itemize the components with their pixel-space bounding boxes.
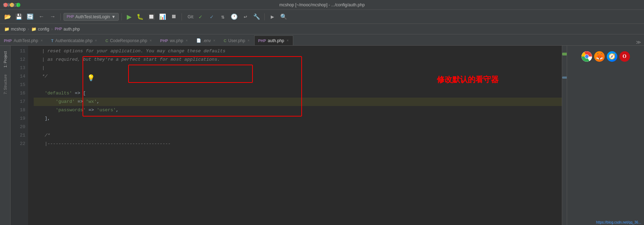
tab-wx[interactable]: PHP wx.php × xyxy=(156,35,192,45)
code-comment-13: | xyxy=(34,64,45,72)
tab-c-icon-1: C xyxy=(105,39,108,43)
profile-icon[interactable]: 📊 xyxy=(158,12,167,22)
tab-env-label: .env xyxy=(203,38,211,43)
breadcrumb-sep-2: › xyxy=(51,27,53,32)
run-button[interactable]: ▶ xyxy=(125,12,134,21)
tab-user-label: User.php xyxy=(228,38,245,43)
code-comment-14: */ xyxy=(34,72,47,81)
tab-authenticatable[interactable]: T Authenticatable.php × xyxy=(47,35,102,45)
run-config-dropdown[interactable]: PHP AuthTest.testLogin ▼ xyxy=(64,13,119,21)
breadcrumb-mcshop[interactable]: 📁 mcshop xyxy=(4,27,26,32)
tab-authtest-label: AuthTest.php xyxy=(14,38,38,43)
code-bracket-19: ], xyxy=(34,114,50,123)
run-panel-icon[interactable]: ▶ xyxy=(268,12,277,22)
debug-icon[interactable]: 🐛 xyxy=(135,12,145,22)
tab-overflow-menu[interactable]: ≫ xyxy=(633,39,644,45)
code-val-wx: 'wx' xyxy=(86,98,97,106)
title-bar: 登录接口 mcshop [~/mooc/mcshop] - .../config… xyxy=(0,0,644,10)
toolbar: 📂 💾 🔄 ← → PHP AuthTest.testLogin ▼ ▶ 🐛 🔲… xyxy=(0,10,644,24)
breadcrumb-config[interactable]: 📁 config xyxy=(31,27,49,32)
dropdown-arrow-icon: ▼ xyxy=(111,14,116,19)
right-panel: 🦊 🧭 O xyxy=(567,46,644,225)
scrollbar-thumb-2 xyxy=(562,77,567,79)
code-comment-22: |---------------------------------------… xyxy=(34,140,171,148)
coverage-icon[interactable]: 🔲 xyxy=(146,12,156,22)
tab-coderesponse-close[interactable]: × xyxy=(149,38,152,43)
git-commit-icon[interactable]: ✓ xyxy=(196,12,205,22)
breadcrumb-mcshop-label: mcshop xyxy=(11,27,26,32)
run-config-label: AuthTest.testLogin xyxy=(75,14,110,19)
code-line-13: | xyxy=(34,64,562,72)
stop-icon[interactable]: ⏹ xyxy=(169,12,179,22)
open-file-icon[interactable]: 📂 xyxy=(3,12,13,22)
code-line-17: 'guard' => 'wx', xyxy=(34,98,562,106)
code-punct-16: => [ xyxy=(72,89,86,98)
tab-t-icon: T xyxy=(51,39,54,43)
code-val-users: 'users' xyxy=(97,106,116,114)
breadcrumb-auth-php[interactable]: PHP auth.php xyxy=(55,27,80,32)
opera-icon[interactable]: O xyxy=(619,51,630,62)
git-rollback-icon[interactable]: ↩ xyxy=(241,12,250,22)
window-title: mcshop [~/mooc/mcshop] - .../config/auth… xyxy=(279,2,364,7)
git-update-icon[interactable]: ⇅ xyxy=(218,12,228,22)
breadcrumb-sep-1: › xyxy=(28,27,29,32)
code-line-19: ], xyxy=(34,114,562,123)
scrollbar-thumb-1 xyxy=(562,53,567,55)
code-content[interactable]: 修改默认的看守器 💡 | reset options for your appl… xyxy=(28,46,562,225)
chrome-icon[interactable] xyxy=(581,51,592,62)
firefox-icon[interactable]: 🦊 xyxy=(594,51,605,62)
sidebar-item-project[interactable]: 1: Project xyxy=(2,48,9,70)
code-line-11: | reset options for your application. Yo… xyxy=(34,47,562,55)
safari-icon[interactable]: 🧭 xyxy=(607,51,617,62)
breadcrumb: 📁 mcshop › 📁 config › PHP auth.php xyxy=(0,24,644,34)
tab-authenticatable-close[interactable]: × xyxy=(94,38,98,43)
tab-coderesponse-label: CodeResponse.php xyxy=(110,38,147,43)
sync-icon[interactable]: 🔄 xyxy=(25,12,35,22)
tab-php-icon-3: PHP xyxy=(258,39,266,43)
code-comment-11: | reset options for your application. Yo… xyxy=(34,47,225,55)
tab-auth-php-label: auth.php xyxy=(268,38,284,43)
code-key-defaults: 'defaults' xyxy=(34,89,72,98)
git-history-icon[interactable]: 🕐 xyxy=(229,12,239,22)
annotation-text: 修改默认的看守器 xyxy=(437,74,499,85)
php-badge: PHP xyxy=(67,15,74,19)
folder-icon: 📁 xyxy=(4,27,9,32)
settings-icon[interactable]: 🔧 xyxy=(252,12,262,22)
tab-auth-php-close[interactable]: × xyxy=(286,38,289,43)
tab-user[interactable]: C User.php × xyxy=(220,35,254,45)
tab-authtest-close[interactable]: × xyxy=(40,38,44,43)
code-line-21: /* xyxy=(34,131,562,140)
vertical-scrollbar[interactable] xyxy=(562,46,567,225)
tabs-bar: PHP AuthTest.php × T Authenticatable.php… xyxy=(0,34,644,46)
tab-file-icon: 📄 xyxy=(196,38,201,43)
tab-coderesponse[interactable]: C CodeResponse.php × xyxy=(101,35,156,45)
main-content: 1: Project 7: Structure 11 12 13 14 15 1… xyxy=(0,46,644,225)
code-punct-17a: => xyxy=(75,98,86,106)
find-icon[interactable]: 🔍 xyxy=(279,12,289,22)
forward-icon[interactable]: → xyxy=(48,12,58,22)
breadcrumb-auth-label: auth.php xyxy=(64,27,80,32)
code-editor: 11 12 13 14 15 16 17 18 19 20 21 22 修改默认… xyxy=(11,46,567,225)
sidebar-item-structure[interactable]: 7: Structure xyxy=(2,72,9,97)
lightbulb-icon[interactable]: 💡 xyxy=(87,74,95,82)
browser-icons: 🦊 🧭 O xyxy=(581,51,630,62)
tab-wx-close[interactable]: × xyxy=(185,38,189,43)
tab-env[interactable]: 📄 .env × xyxy=(192,35,220,45)
tab-user-close[interactable]: × xyxy=(247,38,250,43)
tab-authtest[interactable]: PHP AuthTest.php × xyxy=(0,35,47,45)
tab-auth-php[interactable]: PHP auth.php × xyxy=(254,35,293,45)
code-key-guard: 'guard' xyxy=(34,98,75,106)
code-line-12: | as required, but they're a perfect sta… xyxy=(34,55,562,64)
code-key-passwords: 'passwords' xyxy=(34,106,86,114)
save-icon[interactable]: 💾 xyxy=(14,12,24,22)
git-label: Git: xyxy=(188,14,194,19)
svg-point-2 xyxy=(585,55,589,58)
window-label: 登录接口 xyxy=(3,0,18,10)
tab-authenticatable-label: Authenticatable.php xyxy=(55,38,92,43)
tab-env-close[interactable]: × xyxy=(212,38,216,43)
code-punct-18a: => xyxy=(86,106,97,114)
git-push-icon[interactable]: ✓ xyxy=(207,12,217,22)
separator-1 xyxy=(60,13,61,20)
separator-2 xyxy=(121,13,122,20)
back-icon[interactable]: ← xyxy=(37,12,46,22)
